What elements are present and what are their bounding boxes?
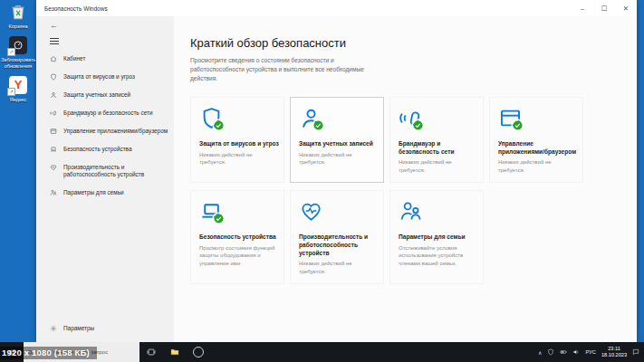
tile-device-security[interactable]: Безопасность устройства Просмотр состоян… [190, 190, 284, 284]
windows-security-window: Безопасность Windows – ☐ ✕ ← Кабинет [36, 0, 637, 342]
security-tiles-grid: Защита от вирусов и угроз Никаких действ… [190, 97, 637, 284]
titlebar[interactable]: Безопасность Windows – ☐ ✕ [36, 0, 637, 16]
tile-app-browser-control[interactable]: Управление приложениями/браузером Никаки… [489, 97, 583, 183]
laptop-icon [50, 146, 57, 153]
shortcut-arrow-icon: ↗ [7, 88, 15, 96]
sidebar-item-firewall-network[interactable]: Брандмауэр и безопасность сети [36, 104, 174, 122]
tile-status-text: Никаких действий не требуется. [299, 260, 380, 275]
tile-title: Производительность и работоспособность у… [299, 233, 380, 258]
status-ok-badge [214, 214, 224, 224]
app-ring-icon [193, 347, 204, 357]
page-subtitle: Просмотрите сведения о состоянии безопас… [190, 56, 370, 84]
hidden-icons-chevron-icon[interactable]: ∧ [538, 349, 542, 356]
taskbar-clock[interactable]: 23:11 18.10.2023 [601, 346, 627, 358]
sidebar-item-label: Безопасность устройства [63, 146, 131, 153]
desktop-icon-recycle-bin[interactable]: Корзина [0, 2, 36, 29]
sidebar-item-device-performance[interactable]: Производительность и работоспособность у… [36, 158, 174, 184]
pinned-app-button[interactable] [187, 342, 210, 362]
sidebar-item-label: Управление приложениями/браузером [63, 128, 168, 135]
tile-virus-threat-protection[interactable]: Защита от вирусов и угроз Никаких действ… [190, 97, 284, 183]
sidebar-item-label: Защита от вирусов и угроз [63, 73, 135, 81]
desktop-icon-yandex[interactable]: Y ↗ Яндекс [0, 75, 36, 102]
recycle-bin-icon [8, 2, 28, 22]
gear-icon [50, 325, 57, 332]
folder-icon [170, 348, 179, 357]
tile-account-protection[interactable]: Защита учетных записей Никаких действий … [290, 97, 384, 183]
status-ok-badge [214, 120, 224, 130]
person-icon [50, 91, 57, 99]
tile-status-text: Просмотр состояния функций защиты оборуд… [199, 244, 280, 268]
tile-family-options[interactable]: Параметры для семьи Отслеживайте условия… [389, 190, 484, 284]
family-icon [399, 199, 423, 224]
tile-device-performance[interactable]: Производительность и работоспособность у… [290, 190, 384, 284]
app-body: ← Кабинет Защита от вирусов и угроз Защи… [36, 16, 637, 342]
sidebar-item-account-protection[interactable]: Защита учетных записей [36, 86, 174, 104]
sidebar-nav: Кабинет Защита от вирусов и угроз Защита… [36, 50, 174, 202]
home-icon [50, 55, 57, 62]
heart-icon [299, 199, 323, 224]
sidebar-item-home[interactable]: Кабинет [36, 50, 174, 68]
shield-icon [50, 73, 57, 81]
action-center-icon[interactable] [632, 348, 639, 356]
window-controls: – ☐ ✕ [572, 0, 637, 16]
app-window-icon [50, 128, 57, 135]
system-tray: ∧ РУС 23:11 18.10.2023 [538, 346, 644, 358]
heart-icon [50, 164, 57, 171]
minimize-button[interactable]: – [572, 0, 593, 16]
sidebar-item-label: Кабинет [63, 55, 85, 62]
file-explorer-button[interactable] [163, 342, 187, 362]
tile-title: Управление приложениями/браузером [498, 140, 579, 157]
tile-status-text: Никаких действий не требуется. [399, 158, 479, 174]
sidebar-item-label: Производительность и работоспособность у… [63, 164, 168, 178]
sidebar-item-label: Брандмауэр и безопасность сети [63, 110, 152, 117]
desktop: Корзина ↗ Заблокировать обновления Y ↗ Я… [0, 0, 644, 362]
sidebar-item-label: Защита учетных записей [63, 91, 130, 99]
sidebar: ← Кабинет Защита от вирусов и угроз Защи… [36, 16, 174, 342]
tile-status-text: Отслеживайте условия использования устро… [399, 244, 479, 268]
family-icon [50, 189, 57, 196]
sidebar-item-device-security[interactable]: Безопасность устройства [36, 140, 174, 158]
tile-title: Параметры для семьи [399, 233, 479, 242]
main-content: Краткий обзор безопасности Просмотрите с… [174, 16, 637, 342]
desktop-icon-strip: Корзина ↗ Заблокировать обновления Y ↗ Я… [0, 2, 36, 102]
desktop-icon-label: Яндекс [10, 97, 27, 102]
window-title: Безопасность Windows [36, 5, 108, 12]
tile-title: Безопасность устройства [199, 233, 280, 242]
clock-time: 23:11 [608, 346, 620, 352]
tile-status-text: Никаких действий не требуется. [299, 151, 380, 167]
menu-toggle-icon[interactable] [50, 38, 59, 44]
desktop-icon-block-updates[interactable]: ↗ Заблокировать обновления [0, 35, 36, 69]
tile-status-text: Никаких действий не требуется. [199, 151, 280, 167]
tile-title: Защита от вирусов и угроз [199, 140, 280, 148]
sidebar-item-virus-threat-protection[interactable]: Защита от вирусов и угроз [36, 68, 174, 86]
network-icon [50, 110, 57, 117]
sidebar-item-app-browser-control[interactable]: Управление приложениями/браузером [36, 122, 174, 140]
desktop-icon-label: Корзина [9, 24, 28, 29]
tray-battery-icon[interactable] [560, 348, 567, 356]
page-title: Краткий обзор безопасности [190, 36, 637, 50]
close-button[interactable]: ✕ [615, 0, 637, 16]
desktop-icon-label: Заблокировать обновления [1, 57, 35, 69]
resolution-watermark: 1920 x 1080 (158 КБ) [0, 347, 97, 359]
status-ok-badge [413, 120, 423, 130]
tile-title: Брандмауэр и безопасность сети [399, 140, 479, 157]
clock-date: 18.10.2023 [601, 352, 627, 358]
tray-volume-icon[interactable] [572, 348, 580, 356]
sidebar-item-label: Параметры [63, 325, 94, 332]
task-view-icon [147, 348, 156, 357]
tray-shield-icon[interactable] [547, 348, 554, 356]
shortcut-arrow-icon: ↗ [7, 48, 15, 56]
back-button[interactable]: ← [36, 16, 174, 34]
tile-title: Защита учетных записей [299, 140, 380, 148]
sidebar-item-settings[interactable]: Параметры [36, 319, 174, 342]
sidebar-item-label: Параметры для семьи [63, 189, 124, 196]
language-indicator[interactable]: РУС [585, 349, 596, 355]
tile-status-text: Никаких действий не требуется. [498, 158, 579, 174]
status-ok-badge [313, 120, 323, 130]
maximize-button[interactable]: ☐ [593, 0, 615, 16]
sidebar-item-family-options[interactable]: Параметры для семьи [36, 184, 174, 202]
status-ok-badge [513, 120, 523, 130]
task-view-button[interactable] [139, 342, 163, 362]
tile-firewall-network[interactable]: Брандмауэр и безопасность сети Никаких д… [389, 97, 484, 183]
